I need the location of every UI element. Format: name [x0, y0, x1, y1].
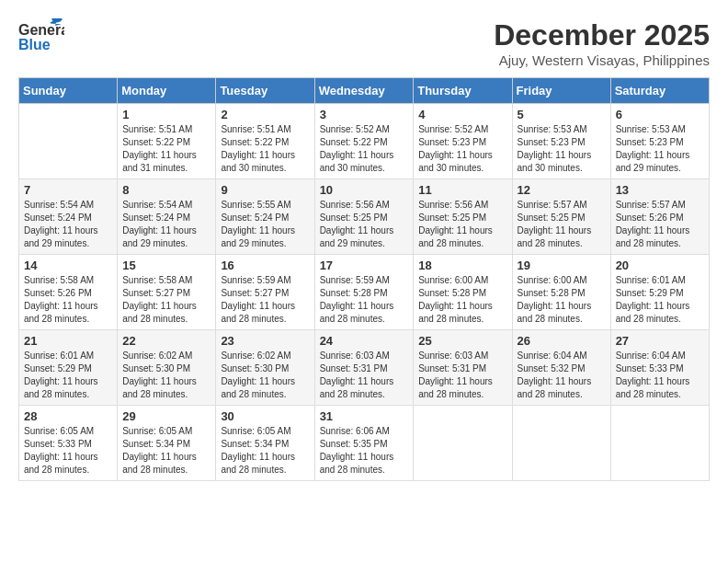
daylight-text: Daylight: 11 hours and 28 minutes.	[122, 452, 197, 475]
day-info: Sunrise: 6:00 AM Sunset: 5:28 PM Dayligh…	[518, 274, 606, 326]
day-info: Sunrise: 5:51 AM Sunset: 5:22 PM Dayligh…	[221, 123, 309, 175]
sunset-text: Sunset: 5:35 PM	[320, 439, 388, 449]
day-number: 6	[616, 108, 704, 121]
day-info: Sunrise: 6:05 AM Sunset: 5:34 PM Dayligh…	[122, 425, 210, 477]
header-saturday: Saturday	[610, 78, 709, 104]
sunrise-text: Sunrise: 5:52 AM	[320, 124, 390, 134]
daylight-text: Daylight: 11 hours and 29 minutes.	[320, 225, 394, 248]
sunrise-text: Sunrise: 5:52 AM	[418, 124, 488, 134]
month-year-title: December 2025	[494, 18, 710, 52]
sunset-text: Sunset: 5:22 PM	[122, 137, 190, 147]
day-info: Sunrise: 6:02 AM Sunset: 5:30 PM Dayligh…	[122, 350, 210, 401]
day-number: 18	[418, 259, 506, 272]
header-wednesday: Wednesday	[314, 78, 414, 104]
day-number: 17	[320, 259, 409, 272]
sunset-text: Sunset: 5:28 PM	[320, 288, 388, 298]
day-info: Sunrise: 5:58 AM Sunset: 5:26 PM Dayligh…	[24, 274, 112, 326]
calendar-cell: 22 Sunrise: 6:02 AM Sunset: 5:30 PM Dayl…	[118, 330, 216, 406]
day-number: 16	[221, 259, 309, 272]
calendar-cell: 13 Sunrise: 5:57 AM Sunset: 5:26 PM Dayl…	[610, 179, 709, 255]
sunset-text: Sunset: 5:29 PM	[616, 288, 684, 298]
calendar-week-row: 21 Sunrise: 6:01 AM Sunset: 5:29 PM Dayl…	[19, 330, 710, 406]
page-header: General Blue December 2025 Ajuy, Western…	[18, 18, 710, 68]
sunrise-text: Sunrise: 5:55 AM	[221, 200, 290, 210]
header-thursday: Thursday	[414, 78, 512, 104]
sunset-text: Sunset: 5:26 PM	[24, 288, 92, 298]
sunrise-text: Sunrise: 5:56 AM	[320, 200, 390, 210]
calendar-cell: 4 Sunrise: 5:52 AM Sunset: 5:23 PM Dayli…	[414, 104, 512, 179]
day-info: Sunrise: 5:55 AM Sunset: 5:24 PM Dayligh…	[221, 199, 309, 250]
daylight-text: Daylight: 11 hours and 29 minutes.	[221, 225, 295, 248]
day-info: Sunrise: 5:53 AM Sunset: 5:23 PM Dayligh…	[518, 123, 606, 175]
sunrise-text: Sunrise: 6:03 AM	[320, 350, 390, 361]
daylight-text: Daylight: 11 hours and 28 minutes.	[320, 376, 394, 399]
sunset-text: Sunset: 5:28 PM	[518, 288, 586, 298]
sunset-text: Sunset: 5:23 PM	[418, 137, 486, 147]
daylight-text: Daylight: 11 hours and 28 minutes.	[24, 301, 98, 324]
day-info: Sunrise: 6:03 AM Sunset: 5:31 PM Dayligh…	[418, 350, 506, 401]
sunset-text: Sunset: 5:28 PM	[418, 288, 486, 298]
svg-text:Blue: Blue	[18, 37, 51, 52]
daylight-text: Daylight: 11 hours and 28 minutes.	[518, 376, 592, 399]
sunrise-text: Sunrise: 5:59 AM	[320, 275, 390, 285]
calendar-cell: 27 Sunrise: 6:04 AM Sunset: 5:33 PM Dayl…	[610, 330, 709, 406]
sunset-text: Sunset: 5:31 PM	[418, 363, 486, 373]
sunrise-text: Sunrise: 6:01 AM	[24, 350, 94, 361]
calendar-week-row: 14 Sunrise: 5:58 AM Sunset: 5:26 PM Dayl…	[19, 255, 710, 330]
daylight-text: Daylight: 11 hours and 28 minutes.	[122, 301, 197, 324]
day-info: Sunrise: 5:54 AM Sunset: 5:24 PM Dayligh…	[24, 199, 112, 250]
sunset-text: Sunset: 5:32 PM	[518, 363, 586, 373]
calendar-cell: 5 Sunrise: 5:53 AM Sunset: 5:23 PM Dayli…	[512, 104, 610, 179]
day-number: 7	[24, 183, 112, 197]
daylight-text: Daylight: 11 hours and 28 minutes.	[518, 225, 592, 248]
daylight-text: Daylight: 11 hours and 31 minutes.	[122, 150, 197, 173]
header-tuesday: Tuesday	[216, 78, 314, 104]
calendar-cell: 18 Sunrise: 6:00 AM Sunset: 5:28 PM Dayl…	[414, 255, 512, 330]
day-info: Sunrise: 5:59 AM Sunset: 5:28 PM Dayligh…	[320, 274, 409, 326]
day-number: 21	[24, 334, 112, 348]
day-number: 26	[518, 334, 606, 348]
daylight-text: Daylight: 11 hours and 30 minutes.	[518, 150, 592, 173]
sunrise-text: Sunrise: 6:05 AM	[24, 426, 94, 436]
title-block: December 2025 Ajuy, Western Visayas, Phi…	[494, 18, 710, 68]
sunset-text: Sunset: 5:24 PM	[24, 213, 92, 223]
daylight-text: Daylight: 11 hours and 28 minutes.	[418, 225, 493, 248]
sunset-text: Sunset: 5:25 PM	[320, 213, 388, 223]
calendar-cell: 15 Sunrise: 5:58 AM Sunset: 5:27 PM Dayl…	[118, 255, 216, 330]
day-number: 13	[616, 183, 704, 197]
day-info: Sunrise: 5:52 AM Sunset: 5:22 PM Dayligh…	[320, 123, 409, 175]
calendar-cell	[19, 104, 118, 179]
sunset-text: Sunset: 5:29 PM	[24, 363, 92, 373]
sunrise-text: Sunrise: 6:03 AM	[418, 350, 488, 361]
sunset-text: Sunset: 5:24 PM	[221, 213, 289, 223]
day-info: Sunrise: 6:05 AM Sunset: 5:33 PM Dayligh…	[24, 425, 112, 477]
day-number: 29	[122, 409, 210, 423]
day-number: 9	[221, 183, 309, 197]
calendar-cell: 8 Sunrise: 5:54 AM Sunset: 5:24 PM Dayli…	[118, 179, 216, 255]
day-number: 20	[616, 259, 704, 272]
day-info: Sunrise: 5:51 AM Sunset: 5:22 PM Dayligh…	[122, 123, 210, 175]
day-number: 4	[418, 108, 506, 121]
sunrise-text: Sunrise: 5:59 AM	[221, 275, 290, 285]
sunrise-text: Sunrise: 6:00 AM	[418, 275, 488, 285]
day-info: Sunrise: 6:00 AM Sunset: 5:28 PM Dayligh…	[418, 274, 506, 326]
day-info: Sunrise: 5:53 AM Sunset: 5:23 PM Dayligh…	[616, 123, 704, 175]
daylight-text: Daylight: 11 hours and 29 minutes.	[616, 150, 690, 173]
day-number: 1	[122, 108, 210, 121]
day-number: 25	[418, 334, 506, 348]
sunrise-text: Sunrise: 6:02 AM	[221, 350, 290, 361]
logo: General Blue	[18, 18, 64, 60]
day-info: Sunrise: 5:54 AM Sunset: 5:24 PM Dayligh…	[122, 199, 210, 250]
calendar-cell: 1 Sunrise: 5:51 AM Sunset: 5:22 PM Dayli…	[118, 104, 216, 179]
day-info: Sunrise: 6:05 AM Sunset: 5:34 PM Dayligh…	[221, 425, 309, 477]
day-number: 2	[221, 108, 309, 121]
calendar-cell: 12 Sunrise: 5:57 AM Sunset: 5:25 PM Dayl…	[512, 179, 610, 255]
calendar-cell: 9 Sunrise: 5:55 AM Sunset: 5:24 PM Dayli…	[216, 179, 314, 255]
sunrise-text: Sunrise: 5:51 AM	[221, 124, 290, 134]
sunrise-text: Sunrise: 5:54 AM	[122, 200, 192, 210]
day-info: Sunrise: 5:57 AM Sunset: 5:25 PM Dayligh…	[518, 199, 606, 250]
day-number: 23	[221, 334, 309, 348]
day-number: 28	[24, 409, 112, 423]
sunrise-text: Sunrise: 6:05 AM	[122, 426, 192, 436]
daylight-text: Daylight: 11 hours and 28 minutes.	[616, 376, 690, 399]
